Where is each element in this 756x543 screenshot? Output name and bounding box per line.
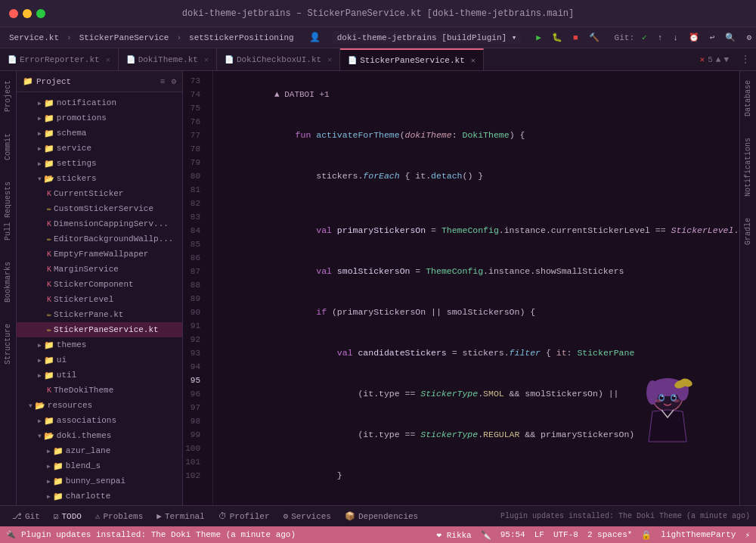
main-layout: Project Commit Pull Requests Bookmarks S… [0,71,756,505]
dependencies-tab[interactable]: 📦 Dependencies [339,510,424,523]
sidebar-item-pullrequests[interactable]: Pull Requests [2,178,14,244]
tab-stickerpaneservice[interactable]: 📄 StickerPaneService.kt ✕ [340,48,484,71]
file-yellow-icon: ✏ [47,310,51,319]
git-push[interactable]: ↑ [655,33,666,43]
minimize-button[interactable] [23,9,32,18]
tab-close-button[interactable]: ✕ [327,55,332,64]
maximize-button[interactable] [36,9,45,18]
tree-item-util[interactable]: ▶ 📁 util [17,368,182,383]
tree-item-charlotte[interactable]: ▶ 📁 charlotte [17,489,182,504]
code-annotation-datboi1: ▲ DATBOI +1 [222,74,739,115]
sidebar-item-gradle[interactable]: Gradle [742,215,754,248]
status-encoding[interactable]: UTF-8 [553,530,578,539]
sidebar-item-notifications[interactable]: Notifications [742,135,754,200]
tab-close-button[interactable]: ✕ [106,55,110,64]
settings-button[interactable]: ⚙ [743,32,754,43]
tree-item-themes[interactable]: ▶ 📁 themes [17,337,182,352]
sidebar-item-structure[interactable]: Structure [2,321,14,368]
tree-label: doki.themes [57,431,112,440]
status-indent[interactable]: 2 spaces* [587,530,632,539]
status-position[interactable]: 95:54 [500,530,525,539]
code-area[interactable]: ▲ DATBOI +1 fun activateForTheme(dokiThe… [213,71,739,505]
tab-errors[interactable]: ✕ 5 ▲ ▼ [694,54,735,64]
tree-item-marginservice[interactable]: K MarginService [17,262,182,277]
status-knife-icon: 🔪 [481,530,491,540]
tree-item-chuunibyou[interactable]: ▶ 📁 chuunibyou [17,504,182,505]
git-pull[interactable]: ↓ [670,33,681,43]
tab-dokitheme[interactable]: 📄 DokiTheme.kt ✕ [119,48,217,71]
debug-button[interactable]: 🐛 [549,32,565,43]
tree-item-currentsticker[interactable]: K CurrentSticker [17,186,182,201]
todo-tab[interactable]: ☑ TODO [48,510,88,523]
tree-label: service [57,144,91,153]
tree-item-resources[interactable]: ▼ 📂 resources [17,398,182,413]
chevron-down-icon: ▼ [38,433,42,439]
tree-item-emptyframewallpaper[interactable]: K EmptyFrameWallpaper [17,247,182,262]
line-num-83: 83 [183,210,200,224]
tree-item-settings[interactable]: ▶ 📁 settings [17,156,182,171]
git-undo[interactable]: ↩ [707,32,718,43]
todo-label: TODO [61,512,81,521]
breadcrumb-stickerpaneservice[interactable]: StickerPaneService [76,33,172,43]
tree-item-service[interactable]: ▶ 📁 service [17,141,182,156]
tab-menu[interactable]: ⋮ [735,54,756,65]
breadcrumb-servicekt[interactable]: Service.kt [6,33,62,43]
tree-label: EmptyFrameWallpaper [54,250,148,259]
tree-item-stickerlevel[interactable]: K StickerLevel [17,292,182,307]
status-theme[interactable]: lightThemeParty [661,530,736,539]
branch-selector[interactable]: doki-theme-jetbrains [buildPlugin] ▾ [333,31,522,44]
line-num-87: 87 [183,265,200,278]
sidebar-item-bookmarks[interactable]: Bookmarks [2,259,14,306]
git-check[interactable]: ✓ [639,32,650,43]
tree-item-editorbackground[interactable]: ✏ EditorBackgroundWallp... [17,231,182,247]
tree-item-customstickerservice[interactable]: ✏ CustomStickerService [17,201,182,216]
code-line-79: if (primaryStickersOn || smolStickersOn)… [222,292,739,333]
profiler-tab[interactable]: ⏱ Profiler [212,510,276,523]
problems-tab[interactable]: ⚠ Problems [89,510,149,523]
search-everywhere[interactable]: 🔍 [722,32,739,43]
tree-item-stickerpane[interactable]: ✏ StickerPane.kt [17,307,182,322]
tree-item-notification[interactable]: ▶ 📁 notification [17,95,182,110]
status-line-ending[interactable]: LF [534,530,544,539]
tree-item-blends[interactable]: ▶ 📁 blend_s [17,458,182,473]
project-sort-btn[interactable]: ≡ [160,77,166,86]
tree-item-stickers[interactable]: ▼ 📂 stickers [17,171,182,186]
build-button[interactable]: 🔨 [586,32,603,43]
tree-item-thedokitheme[interactable]: K TheDokiTheme [17,383,182,398]
services-tab[interactable]: ⚙ Services [277,510,337,523]
tab-close-button[interactable]: ✕ [204,55,209,64]
tree-item-associations[interactable]: ▶ 📁 associations [17,413,182,428]
project-settings-btn[interactable]: ⚙ [171,76,176,86]
line-num-99: 99 [183,428,200,442]
tab-errorreporter[interactable]: 📄 ErrorReporter.kt ✕ [0,48,119,71]
tree-item-dokithemes[interactable]: ▼ 📂 doki.themes [17,428,182,443]
stop-button[interactable]: ■ [570,33,581,43]
breadcrumb-setstickerposioning[interactable]: setStickerPositioning [186,33,297,43]
git-label: Git [25,512,40,521]
git-tab[interactable]: ⎇ Git [6,510,46,523]
tab-dokicheckbox[interactable]: 📄 DokiCheckboxUI.kt ✕ [217,48,340,71]
git-history[interactable]: ⏰ [686,32,702,43]
tree-item-dimensioncapping[interactable]: K DimensionCappingServ... [17,216,182,231]
sidebar-item-commit[interactable]: Commit [2,130,14,163]
line-num-85: 85 [183,237,200,251]
terminal-tab[interactable]: ▶ Terminal [150,510,210,523]
close-button[interactable] [9,9,18,18]
tree-item-stickerpaneservice[interactable]: ✏ StickerPaneService.kt [17,322,182,337]
tree-item-ui[interactable]: ▶ 📁 ui [17,352,182,368]
sidebar-item-project[interactable]: Project [2,77,14,115]
tree-item-azurlane[interactable]: ▶ 📁 azur_lane [17,443,182,458]
tree-item-promotions[interactable]: ▶ 📁 promotions [17,110,182,126]
profiler-label: Profiler [230,512,270,521]
line-num-82: 82 [183,197,200,210]
tab-close-button[interactable]: ✕ [471,56,476,65]
sidebar-item-database[interactable]: Database [742,77,754,119]
folder-icon: 📁 [53,446,64,456]
line-num-98: 98 [183,414,200,428]
run-button[interactable]: ▶ [533,32,544,43]
chevron-right-icon: ▶ [38,160,42,167]
tree-label: TheDokiTheme [54,386,113,395]
tree-item-bunnysenpai[interactable]: ▶ 📁 bunny_senpai [17,473,182,489]
tree-item-schema[interactable]: ▶ 📁 schema [17,126,182,141]
tree-item-stickercomponent[interactable]: K StickerComponent [17,277,182,292]
